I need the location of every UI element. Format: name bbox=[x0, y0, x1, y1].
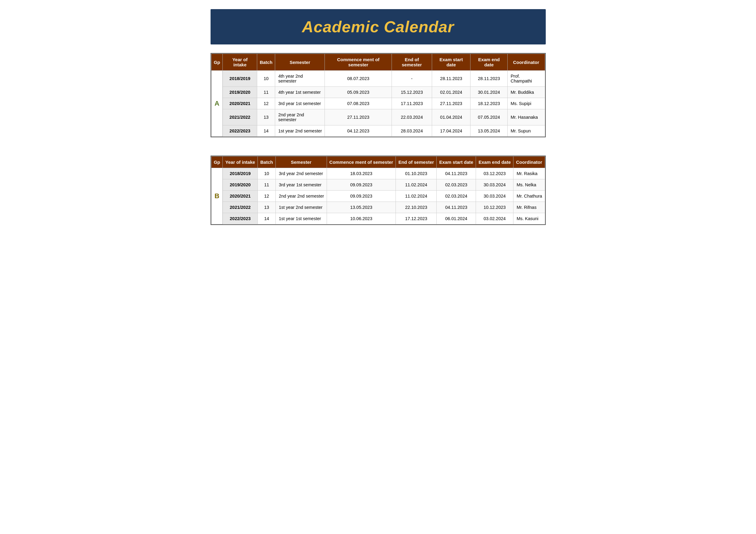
table-cell: 3rd year 1st semester bbox=[275, 98, 325, 109]
table-cell: 05.09.2023 bbox=[325, 87, 392, 98]
table-cell: 2018/2019 bbox=[223, 168, 258, 179]
table-cell: 10 bbox=[258, 168, 276, 179]
table-cell: 10.12.2023 bbox=[476, 202, 513, 213]
table-cell: Mr. Chathura bbox=[513, 191, 545, 202]
table-cell: Prof. Champathi bbox=[507, 71, 545, 87]
group-a-label: A bbox=[211, 71, 223, 137]
table-cell: 09.09.2023 bbox=[327, 191, 396, 202]
table-cell: 18.03.2023 bbox=[327, 168, 396, 179]
table-cell: 3rd year 1st semester bbox=[276, 179, 327, 191]
table-cell: 13 bbox=[257, 109, 275, 125]
table-cell: Ms. Nelka bbox=[513, 179, 545, 191]
table-cell: 02.03.2024 bbox=[437, 191, 476, 202]
header-end-of-semester-b: End of semester bbox=[396, 157, 437, 168]
table-cell: 13.05.2024 bbox=[471, 125, 507, 137]
table-cell: 2019/2020 bbox=[223, 87, 257, 98]
table-row: 2022/2023141st year 1st semester10.06.20… bbox=[211, 213, 545, 224]
table-cell: 17.04.2024 bbox=[432, 125, 471, 137]
group-b-table-section: Gp Year of intake Batch Semester Commenc… bbox=[210, 156, 546, 225]
table-header-row-b: Gp Year of intake Batch Semester Commenc… bbox=[211, 157, 545, 168]
header-year-of-intake: Year of intake bbox=[223, 54, 257, 71]
table-cell: 18.12.2023 bbox=[471, 98, 507, 109]
header-commencement-b: Commence ment of semester bbox=[327, 157, 396, 168]
table-cell: 14 bbox=[257, 125, 275, 137]
table-cell: 4th year 1st semester bbox=[275, 87, 325, 98]
table-cell: 27.11.2023 bbox=[432, 98, 471, 109]
header-batch: Batch bbox=[257, 54, 275, 71]
table-cell: 28.03.2024 bbox=[392, 125, 432, 137]
table-cell: 07.08.2023 bbox=[325, 98, 392, 109]
table-cell: 30.01.2024 bbox=[471, 87, 507, 98]
table-row: 2021/2022132nd year 2nd semester27.11.20… bbox=[211, 109, 545, 125]
header-coordinator-b: Coordinator bbox=[513, 157, 545, 168]
table-row: 2020/2021122nd year 2nd semester09.09.20… bbox=[211, 191, 545, 202]
table-cell: 02.03.2023 bbox=[437, 179, 476, 191]
table-cell: 2nd year 2nd semester bbox=[276, 191, 327, 202]
table-cell: 22.03.2024 bbox=[392, 109, 432, 125]
table-header-row: Gp Year of intake Batch Semester Commenc… bbox=[211, 54, 545, 71]
table-cell: 04.11.2023 bbox=[437, 168, 476, 179]
table-cell: 27.11.2023 bbox=[325, 109, 392, 125]
table-cell: Mr. Buddika bbox=[507, 87, 545, 98]
group-b-table: Gp Year of intake Batch Semester Commenc… bbox=[211, 156, 545, 224]
table-cell: 12 bbox=[257, 98, 275, 109]
table-cell: 10 bbox=[257, 71, 275, 87]
table-cell: 14 bbox=[258, 213, 276, 224]
page-header: Academic Calendar bbox=[210, 9, 546, 44]
table-cell: 2021/2022 bbox=[223, 109, 257, 125]
table-cell: 28.11.2023 bbox=[432, 71, 471, 87]
table-cell: 11.02.2024 bbox=[396, 179, 437, 191]
page-wrapper: Academic Calendar Gp Year of intake Batc… bbox=[210, 9, 546, 225]
table-cell: 04.11.2023 bbox=[437, 202, 476, 213]
table-cell: Ms. Kasuni bbox=[513, 213, 545, 224]
table-cell: 28.11.2023 bbox=[471, 71, 507, 87]
table-cell: 22.10.2023 bbox=[396, 202, 437, 213]
table-row: 2019/2020113rd year 1st semester09.09.20… bbox=[211, 179, 545, 191]
table-row: 2019/2020114th year 1st semester05.09.20… bbox=[211, 87, 545, 98]
header-gp-b: Gp bbox=[211, 157, 223, 168]
table-cell: Ms. Supipi bbox=[507, 98, 545, 109]
table-cell: 2018/2019 bbox=[223, 71, 257, 87]
header-coordinator: Coordinator bbox=[507, 54, 545, 71]
table-cell: 17.12.2023 bbox=[396, 213, 437, 224]
table-cell: 10.06.2023 bbox=[327, 213, 396, 224]
table-cell: 3rd year 2nd semester bbox=[276, 168, 327, 179]
header-gp: Gp bbox=[211, 54, 223, 71]
table-cell: - bbox=[392, 71, 432, 87]
header-semester: Semester bbox=[275, 54, 325, 71]
header-exam-end-date-b: Exam end date bbox=[476, 157, 513, 168]
header-commencement: Commence ment of semester bbox=[325, 54, 392, 71]
table-cell: 4th year 2nd semester bbox=[275, 71, 325, 87]
table-cell: 09.09.2023 bbox=[327, 179, 396, 191]
header-semester-b: Semester bbox=[276, 157, 327, 168]
table-row: 2022/2023141st year 2nd semester04.12.20… bbox=[211, 125, 545, 137]
table-cell: 03.02.2024 bbox=[476, 213, 513, 224]
table-row: 2020/2021123rd year 1st semester07.08.20… bbox=[211, 98, 545, 109]
header-batch-b: Batch bbox=[258, 157, 276, 168]
table-cell: 01.10.2023 bbox=[396, 168, 437, 179]
table-cell: 30.03.2024 bbox=[476, 191, 513, 202]
table-cell: 06.01.2024 bbox=[437, 213, 476, 224]
table-cell: 2020/2021 bbox=[223, 98, 257, 109]
table-cell: 15.12.2023 bbox=[392, 87, 432, 98]
table-cell: 2020/2021 bbox=[223, 191, 258, 202]
table-cell: 08.07.2023 bbox=[325, 71, 392, 87]
table-cell: 13 bbox=[258, 202, 276, 213]
table-cell: 1st year 2nd semester bbox=[276, 202, 327, 213]
header-end-of-semester: End of semester bbox=[392, 54, 432, 71]
table-row: B2018/2019103rd year 2nd semester18.03.2… bbox=[211, 168, 545, 179]
table-cell: 03.12.2023 bbox=[476, 168, 513, 179]
table-cell: Mr. Supun bbox=[507, 125, 545, 137]
table-cell: Mr. Rasika bbox=[513, 168, 545, 179]
table-cell: 1st year 1st semester bbox=[276, 213, 327, 224]
table-cell: 07.05.2024 bbox=[471, 109, 507, 125]
table-cell: 17.11.2023 bbox=[392, 98, 432, 109]
table-cell: 2022/2023 bbox=[223, 125, 257, 137]
header-year-of-intake-b: Year of intake bbox=[223, 157, 258, 168]
table-row: 2021/2022131st year 2nd semester13.05.20… bbox=[211, 202, 545, 213]
table-cell: 1st year 2nd semester bbox=[275, 125, 325, 137]
table-cell: 2019/2020 bbox=[223, 179, 258, 191]
table-cell: 04.12.2023 bbox=[325, 125, 392, 137]
table-cell: 11 bbox=[257, 87, 275, 98]
header-exam-start-date-b: Exam start date bbox=[437, 157, 476, 168]
